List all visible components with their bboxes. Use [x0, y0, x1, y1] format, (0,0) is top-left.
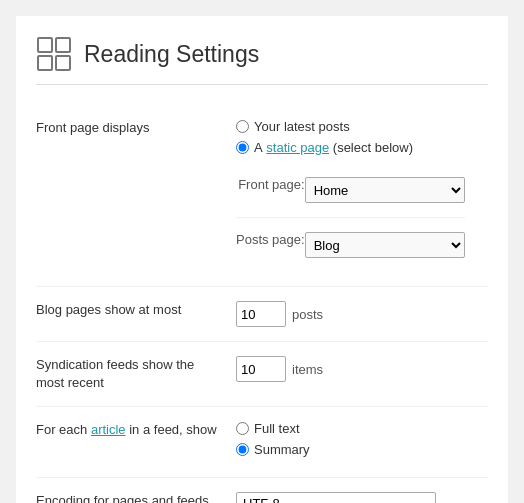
svg-rect-1 [56, 38, 70, 52]
page-selects-table: Front page: Home About Contact Posts pag… [236, 163, 465, 272]
syndication-feeds-td: items [236, 342, 488, 407]
radio-static-label-a: A [254, 140, 263, 155]
blog-pages-label: Blog pages show at most [36, 287, 236, 342]
radio-static-option: A static page (select below) [236, 140, 488, 155]
radio-static-label-suffix: (select below) [333, 140, 413, 155]
syndication-feeds-row: Syndication feeds show the most recent i… [36, 342, 488, 407]
front-page-label: Front page displays [36, 105, 236, 287]
posts-page-select-row: Posts page: Blog News Updates [236, 218, 465, 273]
syndication-feeds-label: Syndication feeds show the most recent [36, 342, 236, 407]
feed-article-row: For each article in a feed, show Full te… [36, 407, 488, 478]
syndication-feeds-input-wrap: items [236, 356, 488, 382]
blog-pages-unit: posts [292, 307, 323, 322]
radio-latest-option: Your latest posts [236, 119, 488, 134]
blog-pages-input[interactable] [236, 301, 286, 327]
feed-full-label: Full text [254, 421, 300, 436]
front-page-row: Front page displays Your latest posts A … [36, 105, 488, 287]
encoding-input[interactable] [236, 492, 436, 503]
feed-article-td: Full text Summary [236, 407, 488, 478]
svg-rect-3 [56, 56, 70, 70]
blog-pages-td: posts [236, 287, 488, 342]
front-page-select-row: Front page: Home About Contact [236, 163, 465, 218]
posts-page-select-td: Blog News Updates [305, 218, 465, 273]
page-title: Reading Settings [84, 41, 259, 68]
radio-full-text[interactable] [236, 422, 249, 435]
radio-latest-posts[interactable] [236, 120, 249, 133]
front-page-select[interactable]: Home About Contact [305, 177, 465, 203]
syndication-feeds-input[interactable] [236, 356, 286, 382]
front-page-td: Your latest posts A static page (select … [236, 105, 488, 287]
settings-icon [36, 36, 72, 72]
svg-rect-0 [38, 38, 52, 52]
static-page-link[interactable]: static page [266, 140, 329, 155]
settings-form-table: Front page displays Your latest posts A … [36, 105, 488, 503]
article-link[interactable]: article [91, 422, 126, 437]
posts-page-select-label: Posts page: [236, 218, 305, 273]
page-header: Reading Settings [36, 36, 488, 85]
front-page-select-label: Front page: [236, 163, 305, 218]
feed-full-option: Full text [236, 421, 488, 436]
posts-page-select[interactable]: Blog News Updates [305, 232, 465, 258]
feed-summary-label: Summary [254, 442, 310, 457]
encoding-td: The character encoding of your site (UTF… [236, 478, 488, 503]
radio-latest-label: Your latest posts [254, 119, 350, 134]
blog-pages-input-wrap: posts [236, 301, 488, 327]
syndication-feeds-unit: items [292, 362, 323, 377]
encoding-row: Encoding for pages and feeds The charact… [36, 478, 488, 503]
front-page-select-td: Home About Contact [305, 163, 465, 218]
blog-pages-row: Blog pages show at most posts [36, 287, 488, 342]
feed-summary-option: Summary [236, 442, 488, 457]
settings-page: Reading Settings Front page displays You… [16, 16, 508, 503]
radio-static-page[interactable] [236, 141, 249, 154]
radio-summary[interactable] [236, 443, 249, 456]
encoding-label: Encoding for pages and feeds [36, 478, 236, 503]
feed-article-label: For each article in a feed, show [36, 407, 236, 478]
svg-rect-2 [38, 56, 52, 70]
